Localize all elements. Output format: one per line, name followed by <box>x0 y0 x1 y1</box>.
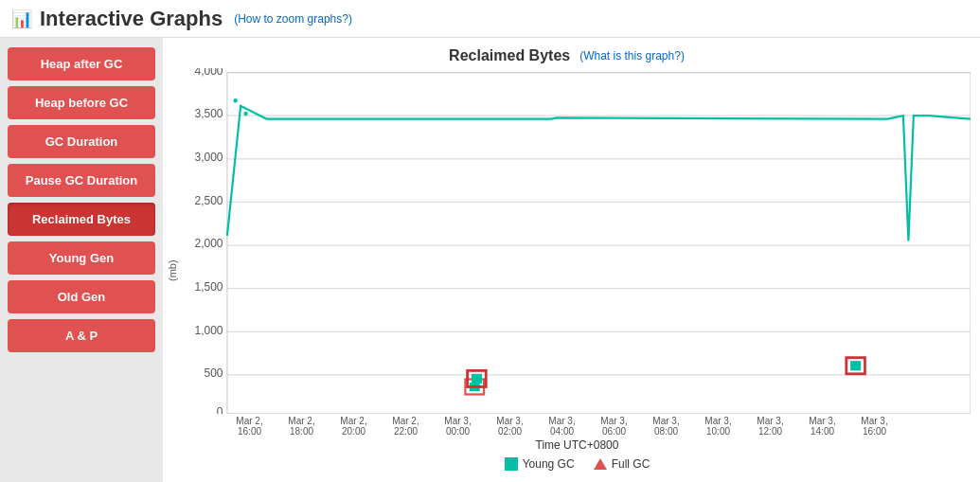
chart-title-row: Reclaimed Bytes (What is this graph?) <box>163 47 971 64</box>
x-label-4: Mar 3,00:00 <box>432 416 484 437</box>
chart-title: Reclaimed Bytes <box>449 47 570 64</box>
overlay-svg <box>184 68 971 414</box>
sidebar-btn-gc-duration[interactable]: GC Duration <box>8 125 155 158</box>
sidebar-btn-young-gen[interactable]: Young Gen <box>8 241 155 275</box>
chart-svg-container: 4,000 3,500 3,000 2,500 2,000 1,500 1,00… <box>184 68 971 414</box>
what-is-graph-link[interactable]: (What is this graph?) <box>579 49 685 62</box>
sidebar-btn-reclaimed-bytes[interactable]: Reclaimed Bytes <box>8 203 155 236</box>
x-label-12: Mar 3,16:00 <box>848 416 900 437</box>
x-label-0: Mar 2,16:00 <box>223 416 276 437</box>
svg-rect-28 <box>850 361 861 370</box>
full-gc-label: Full GC <box>612 457 650 471</box>
bar-chart-icon: 📊 <box>11 9 32 29</box>
legend-young-gc: Young GC <box>505 457 575 471</box>
legend-full-gc: Full GC <box>594 457 650 471</box>
chart-legend: Young GC Full GC <box>184 452 971 473</box>
x-label-8: Mar 3,08:00 <box>640 416 692 437</box>
sidebar-btn-a-and-p[interactable]: A & P <box>8 319 155 352</box>
young-gc-label: Young GC <box>523 457 575 471</box>
young-gc-icon <box>505 457 518 471</box>
sidebar-btn-heap-before-gc[interactable]: Heap before GC <box>8 86 155 119</box>
full-gc-icon <box>594 458 607 470</box>
x-label-9: Mar 3,10:00 <box>692 416 744 437</box>
chart-wrapper: (mb) 4,000 3,500 3,000 2,500 2,00 <box>163 68 971 473</box>
page-title: Interactive Graphs <box>40 7 223 31</box>
sidebar-btn-pause-gc-duration[interactable]: Pause GC Duration <box>8 164 155 197</box>
zoom-help-link[interactable]: (How to zoom graphs?) <box>234 12 352 26</box>
chart-inner: 4,000 3,500 3,000 2,500 2,000 1,500 1,00… <box>184 68 971 473</box>
x-label-5: Mar 3,02:00 <box>484 416 536 437</box>
x-label-11: Mar 3,14:00 <box>796 416 848 437</box>
sidebar-btn-heap-after-gc[interactable]: Heap after GC <box>8 47 155 80</box>
sidebar-btn-old-gen[interactable]: Old Gen <box>8 280 155 313</box>
svg-rect-26 <box>472 374 482 384</box>
y-axis-label: (mb) <box>163 68 182 473</box>
x-label-3: Mar 2,22:00 <box>380 416 432 437</box>
x-label-1: Mar 2,18:00 <box>276 416 328 437</box>
x-axis-title: Time UTC+0800 <box>184 438 971 452</box>
x-label-10: Mar 3,12:00 <box>744 416 796 437</box>
x-label-2: Mar 2,20:00 <box>328 416 380 437</box>
main-content: Heap after GC Heap before GC GC Duration… <box>0 38 980 482</box>
sidebar: Heap after GC Heap before GC GC Duration… <box>0 38 163 482</box>
x-label-6: Mar 3,04:00 <box>536 416 588 437</box>
x-label-7: Mar 3,06:00 <box>588 416 640 437</box>
x-axis-labels: Mar 2,16:00 Mar 2,18:00 Mar 2,20:00 Mar … <box>184 416 971 437</box>
header: 📊 Interactive Graphs (How to zoom graphs… <box>0 0 980 38</box>
chart-area: Reclaimed Bytes (What is this graph?) (m… <box>163 38 980 482</box>
